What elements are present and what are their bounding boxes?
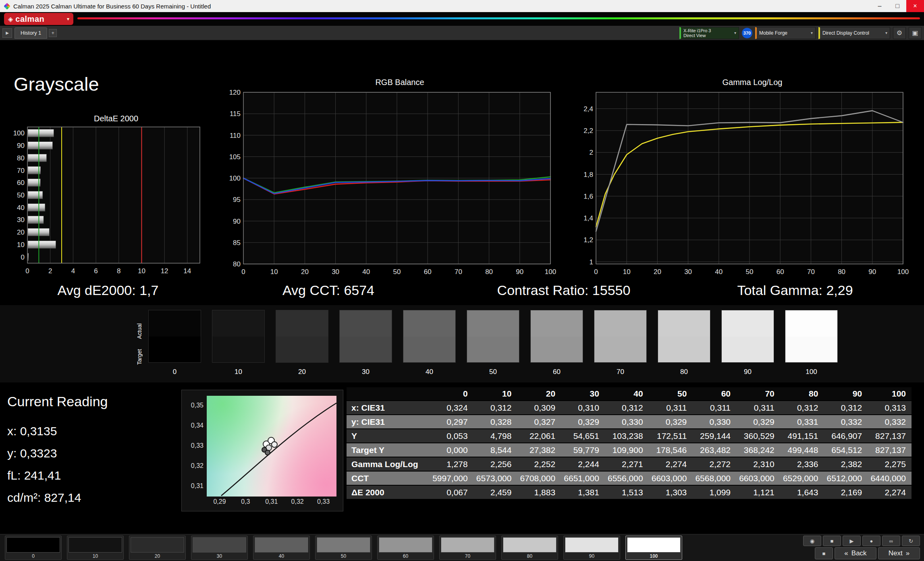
source-select-button[interactable]: Mobile Forge ▾ [755, 27, 816, 39]
table-cell: 0,312 [824, 401, 868, 415]
measurement-point [272, 442, 277, 447]
grayscale-patch-swatch [467, 310, 519, 363]
grayscale-patch-swatch [594, 310, 647, 363]
svg-text:60: 60 [777, 268, 784, 276]
minimize-button[interactable]: – [871, 0, 889, 12]
table-cell: 2,310 [736, 457, 780, 471]
continuous-read-button[interactable]: ∞ [882, 536, 900, 546]
table-cell: 2,274 [649, 457, 693, 471]
table-cell: 360,529 [736, 429, 780, 443]
meter-select-button[interactable]: X-Rite i1Pro 3 Direct View ▾ [679, 27, 739, 39]
svg-text:95: 95 [233, 196, 241, 204]
table-cell: 178,546 [649, 443, 693, 457]
patch-0: 0 [148, 310, 201, 376]
pattern-button-80[interactable]: 80 [501, 536, 558, 560]
snapshot-button[interactable]: ◉ [803, 536, 821, 546]
patch-10: 10 [212, 310, 265, 376]
patch-count-badge[interactable]: 370 [742, 28, 752, 38]
pattern-button-60[interactable]: 60 [377, 536, 434, 560]
grayscale-patch-strip: Actual Target 0102030405060708090100 [0, 305, 924, 382]
calman-logo-menu[interactable]: ◈ calman ▾ [4, 13, 73, 25]
pattern-button-20[interactable]: 20 [129, 536, 186, 560]
svg-text:100: 100 [229, 175, 241, 182]
pattern-button-30[interactable]: 30 [191, 536, 248, 560]
svg-text:10: 10 [623, 268, 631, 276]
deltae-chart: DeltaE 2000 0246810121410090807060504030… [11, 114, 205, 277]
actual-half [531, 310, 583, 337]
source-name: Mobile Forge [759, 30, 787, 36]
patch-level-label: 20 [276, 368, 328, 376]
maximize-button[interactable]: □ [889, 0, 906, 12]
app-icon [4, 3, 10, 10]
pattern-button-90[interactable]: 90 [563, 536, 620, 560]
gamma-chart-title: Gamma Log/Log [578, 78, 909, 89]
back-button[interactable]: « Back [835, 547, 876, 559]
bottombar: 0102030405060708090100 ◉ ■ ▶ ● ∞ ↻ ■ « B… [0, 534, 924, 561]
sidebar-expander-button[interactable]: ▶ [2, 28, 12, 38]
cie-x-tick: 0,29 [211, 498, 228, 505]
tab-history-1[interactable]: History 1 [15, 27, 47, 39]
table-cell: 5997,000 [430, 471, 473, 485]
display-control-button[interactable]: Direct Display Control ▾ [818, 27, 890, 39]
calman-logo-text: calman [15, 15, 44, 24]
patch-level-label: 10 [212, 368, 265, 376]
toolbar-right: X-Rite i1Pro 3 Direct View ▾ 370 Mobile … [679, 27, 922, 39]
pattern-button-40[interactable]: 40 [253, 536, 310, 560]
table-cell: 654,512 [824, 443, 868, 457]
svg-text:70: 70 [455, 268, 462, 276]
table-cell: 2,256 [473, 457, 517, 471]
svg-text:1: 1 [590, 258, 593, 266]
pattern-button-10[interactable]: 10 [67, 536, 124, 560]
table-cell: 0,311 [692, 401, 736, 415]
svg-text:110: 110 [230, 132, 241, 139]
stop-pattern-button[interactable]: ■ [815, 547, 833, 559]
cie-y-tick: 0,32 [184, 462, 203, 470]
svg-text:20: 20 [301, 268, 309, 276]
grayscale-patch-swatch [721, 310, 774, 363]
table-cell: 0,312 [605, 401, 649, 415]
play-button[interactable]: ▶ [843, 536, 861, 546]
table-cell: 6512,000 [824, 471, 868, 485]
pattern-level-label: 60 [379, 553, 432, 559]
meter-mode: Direct View [683, 33, 711, 38]
add-tab-button[interactable]: + [49, 29, 57, 37]
settings-gear-button[interactable]: ⚙ [893, 27, 906, 39]
patch-80: 80 [658, 310, 710, 376]
table-cell: 6440,000 [868, 471, 912, 485]
pattern-button-70[interactable]: 70 [439, 536, 496, 560]
reading-fl: fL: 241,41 [7, 464, 108, 486]
table-header-cell: 60 [692, 387, 736, 401]
record-button[interactable]: ● [862, 536, 880, 546]
chevron-down-icon: ▾ [67, 16, 69, 22]
cie-y-tick: 0,35 [184, 402, 203, 409]
next-button[interactable]: Next » [878, 547, 920, 559]
pattern-button-0[interactable]: 0 [5, 536, 62, 560]
table-row: x: CIE310,3240,3120,3090,3100,3120,3110,… [347, 401, 912, 415]
refresh-button[interactable]: ↻ [902, 536, 920, 546]
table-cell: 6573,000 [473, 471, 517, 485]
pattern-level-label: 20 [131, 553, 184, 559]
gamma-chart: Gamma Log/Log 2,42,221,81,61,41,21010203… [578, 78, 909, 277]
svg-text:4: 4 [71, 267, 75, 275]
svg-text:50: 50 [17, 191, 25, 199]
svg-text:80: 80 [17, 154, 25, 162]
rgb-balance-chart: RGB Balance 1201151101051009590858001020… [226, 78, 556, 277]
svg-text:100: 100 [897, 268, 909, 276]
svg-text:50: 50 [746, 268, 754, 276]
cie-chart [207, 396, 336, 497]
svg-text:115: 115 [230, 110, 241, 118]
pattern-button-100[interactable]: 100 [625, 536, 682, 560]
table-row: CCT5997,0006573,0006708,0006651,0006556,… [347, 471, 912, 485]
svg-text:80: 80 [838, 268, 845, 276]
pattern-button-50[interactable]: 50 [315, 536, 372, 560]
close-button[interactable]: × [906, 0, 924, 12]
menubar: ◈ calman ▾ [0, 12, 924, 26]
table-cell: 0,331 [780, 415, 824, 429]
measurement-table-wrap: 0102030405060708090100x: CIE310,3240,312… [347, 387, 912, 500]
stop-button[interactable]: ■ [823, 536, 841, 546]
next-arrow-icon: » [906, 549, 909, 557]
workspace-panel-button[interactable]: ▣ [909, 27, 922, 39]
patch-70: 70 [594, 310, 647, 376]
pattern-swatch [379, 537, 432, 553]
table-cell: 0,330 [605, 415, 649, 429]
